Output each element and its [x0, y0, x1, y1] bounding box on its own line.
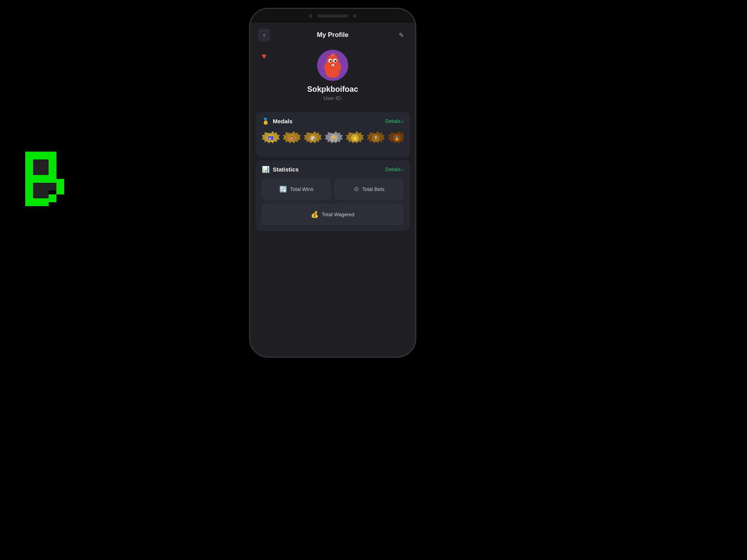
medals-title-group: 🏅 Medals: [262, 117, 293, 125]
svg-text:🏆: 🏆: [331, 136, 337, 141]
medal-item: 🏅: [388, 130, 403, 152]
svg-rect-27: [33, 191, 41, 198]
medals-row: 🎯 🎲: [262, 130, 403, 152]
screen-header: ‹ My Profile ✎: [250, 23, 415, 46]
svg-rect-1: [25, 159, 33, 167]
statistics-section: 📊 Statistics Details › 🔄 Total Wins: [256, 160, 410, 231]
total-bets-box: ⚙ Total Bets: [335, 178, 403, 200]
svg-point-34: [330, 60, 332, 62]
edit-button[interactable]: ✎: [395, 29, 407, 41]
svg-rect-10: [49, 159, 56, 167]
medal-item: 🎖: [367, 130, 385, 152]
total-wins-icon: 🔄: [279, 186, 287, 193]
medals-icon: 🏅: [262, 117, 270, 125]
statistics-title: Statistics: [273, 166, 299, 173]
svg-rect-0: [25, 152, 33, 159]
svg-rect-24: [33, 183, 41, 191]
svg-rect-21: [41, 159, 49, 167]
medal-item: 🎯: [283, 130, 301, 152]
svg-text:🏅: 🏅: [395, 136, 400, 141]
medal-item: 🏆: [325, 130, 343, 152]
back-chevron-icon: ‹: [263, 32, 265, 38]
phone-screen: ‹ My Profile ✎ ♥: [250, 23, 415, 357]
svg-rect-38: [331, 64, 333, 66]
medals-details-link[interactable]: Details ›: [385, 118, 403, 124]
svg-rect-6: [25, 198, 33, 206]
svg-rect-8: [41, 152, 49, 159]
svg-rect-22: [33, 167, 41, 175]
svg-point-35: [335, 60, 337, 62]
svg-rect-19: [41, 198, 49, 206]
total-wins-box: 🔄 Total Wins: [262, 178, 331, 200]
svg-rect-13: [41, 175, 49, 183]
favorite-button[interactable]: ♥: [258, 50, 270, 62]
total-bets-label: Total Bets: [362, 186, 384, 192]
phone-body: ‹ My Profile ✎ ♥: [249, 8, 416, 358]
svg-rect-23: [41, 167, 49, 175]
statistics-details-link[interactable]: Details ›: [385, 166, 403, 172]
profile-section: ♥: [250, 46, 415, 109]
svg-rect-47: [269, 139, 270, 140]
svg-rect-3: [25, 175, 33, 183]
svg-rect-18: [33, 198, 41, 206]
svg-rect-28: [41, 191, 49, 198]
total-wins-label: Total Wins: [290, 186, 314, 192]
medals-section: 🏅 Medals Details ›: [256, 112, 410, 157]
edit-pencil-icon: ✎: [399, 32, 404, 39]
svg-rect-15: [56, 179, 64, 187]
phone-mockup: ‹ My Profile ✎ ♥: [249, 8, 416, 358]
svg-rect-46: [269, 138, 271, 139]
username: Sokpkboifoac: [307, 85, 358, 94]
svg-rect-11: [49, 167, 56, 175]
user-id-label: User ID:: [323, 95, 342, 101]
medal-item: ⭐: [346, 130, 364, 152]
statistics-icon: 📊: [262, 166, 270, 173]
svg-rect-7: [33, 152, 41, 159]
notch-camera-right: [353, 14, 357, 18]
avatar: [317, 50, 348, 81]
svg-point-42: [326, 68, 340, 78]
app-logo: [21, 152, 76, 210]
statistics-details-chevron-icon: ›: [402, 167, 403, 172]
back-button[interactable]: ‹: [258, 29, 270, 41]
svg-text:🎖: 🎖: [374, 136, 378, 140]
total-wagered-box: 💰 Total Wagered: [262, 204, 403, 225]
notch-camera-left: [309, 14, 312, 18]
medals-details-chevron-icon: ›: [402, 119, 403, 124]
svg-rect-39: [333, 64, 334, 66]
svg-rect-26: [49, 183, 56, 191]
medals-section-header: 🏅 Medals Details ›: [262, 117, 403, 125]
stats-grid: 🔄 Total Wins ⚙ Total Bets: [262, 178, 403, 200]
medals-details-label: Details: [385, 118, 401, 124]
total-wagered-icon: 💰: [311, 211, 319, 218]
phone-notch: [250, 9, 415, 23]
statistics-details-label: Details: [385, 166, 401, 172]
svg-text:🎯: 🎯: [290, 136, 294, 140]
total-bets-icon: ⚙: [354, 186, 359, 193]
svg-rect-14: [49, 175, 56, 183]
medals-title: Medals: [273, 118, 293, 124]
svg-rect-12: [33, 175, 41, 183]
svg-text:🎲: 🎲: [310, 136, 316, 141]
svg-rect-20: [33, 159, 41, 167]
svg-rect-5: [25, 191, 33, 198]
svg-rect-17: [49, 194, 56, 202]
svg-rect-4: [25, 183, 33, 191]
notch-sensor-bar: [317, 14, 348, 18]
medal-item: 🎲: [304, 130, 322, 152]
statistics-title-group: 📊 Statistics: [262, 166, 299, 173]
medal-item: [262, 130, 280, 152]
total-wagered-label: Total Wagered: [322, 212, 354, 217]
svg-rect-9: [49, 152, 56, 159]
svg-rect-25: [41, 183, 49, 191]
svg-rect-2: [25, 167, 33, 175]
svg-rect-16: [56, 187, 64, 194]
heart-icon: ♥: [262, 52, 267, 61]
page-title: My Profile: [317, 31, 348, 39]
svg-text:⭐: ⭐: [352, 136, 358, 141]
statistics-section-header: 📊 Statistics Details ›: [262, 166, 403, 173]
